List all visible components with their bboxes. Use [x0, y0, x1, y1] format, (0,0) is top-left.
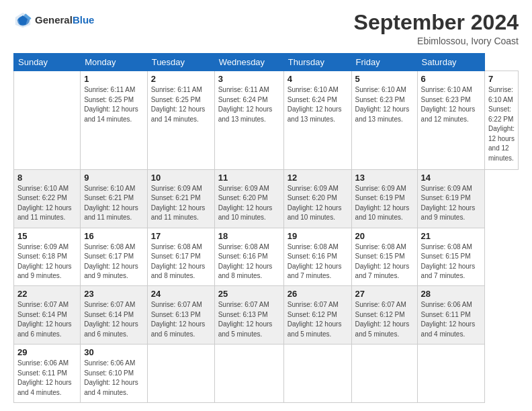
day-number: 15 — [17, 231, 77, 241]
day-detail: Sunrise: 6:10 AMSunset: 6:22 PMDaylight:… — [488, 85, 515, 163]
table-row: 18Sunrise: 6:08 AMSunset: 6:16 PMDayligh… — [214, 228, 283, 286]
day-number: 25 — [218, 289, 280, 299]
day-number: 4 — [287, 74, 348, 84]
table-row: 9Sunrise: 6:10 AMSunset: 6:21 PMDaylight… — [81, 169, 148, 228]
table-row: 3Sunrise: 6:11 AMSunset: 6:24 PMDaylight… — [214, 71, 283, 170]
calendar-week-row: 8Sunrise: 6:10 AMSunset: 6:22 PMDaylight… — [14, 169, 519, 228]
table-row: 13Sunrise: 6:09 AMSunset: 6:19 PMDayligh… — [351, 169, 417, 228]
day-number: 8 — [17, 173, 77, 183]
logo: GeneralBlue — [13, 11, 94, 30]
day-detail: Sunrise: 6:11 AMSunset: 6:25 PMDaylight:… — [84, 85, 144, 124]
calendar-table: Sunday Monday Tuesday Wednesday Thursday… — [13, 53, 519, 403]
day-detail: Sunrise: 6:10 AMSunset: 6:23 PMDaylight:… — [421, 85, 481, 124]
day-detail: Sunrise: 6:08 AMSunset: 6:17 PMDaylight:… — [151, 242, 211, 281]
day-detail: Sunrise: 6:07 AMSunset: 6:14 PMDaylight:… — [84, 300, 144, 339]
day-number: 18 — [218, 231, 280, 241]
table-row: 14Sunrise: 6:09 AMSunset: 6:19 PMDayligh… — [417, 169, 484, 228]
calendar-week-row: 22Sunrise: 6:07 AMSunset: 6:14 PMDayligh… — [14, 286, 519, 345]
day-detail: Sunrise: 6:10 AMSunset: 6:22 PMDaylight:… — [17, 184, 77, 223]
day-number: 27 — [355, 289, 414, 299]
day-detail: Sunrise: 6:09 AMSunset: 6:19 PMDaylight:… — [421, 184, 481, 223]
logo-general: General — [35, 14, 73, 26]
day-number: 22 — [17, 289, 77, 299]
table-row: 20Sunrise: 6:08 AMSunset: 6:15 PMDayligh… — [351, 228, 417, 286]
calendar-week-row: 15Sunrise: 6:09 AMSunset: 6:18 PMDayligh… — [14, 228, 519, 286]
day-detail: Sunrise: 6:06 AMSunset: 6:10 PMDaylight:… — [84, 359, 144, 398]
day-detail: Sunrise: 6:10 AMSunset: 6:23 PMDaylight:… — [355, 85, 414, 124]
table-row: 11Sunrise: 6:09 AMSunset: 6:20 PMDayligh… — [214, 169, 283, 228]
col-friday: Friday — [351, 54, 417, 71]
table-row: 30Sunrise: 6:06 AMSunset: 6:10 PMDayligh… — [81, 345, 148, 403]
table-row: 8Sunrise: 6:10 AMSunset: 6:22 PMDaylight… — [14, 169, 81, 228]
table-row — [283, 345, 351, 403]
day-detail: Sunrise: 6:11 AMSunset: 6:24 PMDaylight:… — [218, 85, 280, 124]
title-block: September 2024 Ebimlossou, Ivory Coast — [354, 11, 519, 46]
day-number: 13 — [355, 173, 414, 183]
day-detail: Sunrise: 6:09 AMSunset: 6:21 PMDaylight:… — [151, 184, 211, 223]
page: GeneralBlue September 2024 Ebimlossou, I… — [0, 0, 532, 411]
day-number: 3 — [218, 74, 280, 84]
day-number: 7 — [488, 74, 515, 84]
table-row: 23Sunrise: 6:07 AMSunset: 6:14 PMDayligh… — [81, 286, 148, 345]
day-number: 12 — [287, 173, 348, 183]
table-row: 28Sunrise: 6:06 AMSunset: 6:11 PMDayligh… — [417, 286, 484, 345]
header: GeneralBlue September 2024 Ebimlossou, I… — [13, 11, 519, 46]
day-number: 24 — [151, 289, 211, 299]
day-detail: Sunrise: 6:06 AMSunset: 6:11 PMDaylight:… — [17, 359, 77, 398]
table-row — [417, 345, 484, 403]
day-detail: Sunrise: 6:09 AMSunset: 6:18 PMDaylight:… — [17, 242, 77, 281]
table-row: 6Sunrise: 6:10 AMSunset: 6:23 PMDaylight… — [417, 71, 484, 170]
day-detail: Sunrise: 6:09 AMSunset: 6:20 PMDaylight:… — [218, 184, 280, 223]
day-detail: Sunrise: 6:08 AMSunset: 6:15 PMDaylight:… — [355, 242, 414, 281]
day-detail: Sunrise: 6:08 AMSunset: 6:15 PMDaylight:… — [421, 242, 481, 281]
day-detail: Sunrise: 6:09 AMSunset: 6:19 PMDaylight:… — [355, 184, 414, 223]
day-detail: Sunrise: 6:08 AMSunset: 6:17 PMDaylight:… — [84, 242, 144, 281]
day-detail: Sunrise: 6:07 AMSunset: 6:13 PMDaylight:… — [151, 300, 211, 339]
table-row: 4Sunrise: 6:10 AMSunset: 6:24 PMDaylight… — [283, 71, 351, 170]
logo-icon — [13, 11, 32, 30]
day-number: 30 — [84, 347, 144, 357]
table-row — [214, 345, 283, 403]
calendar-week-row: 1Sunrise: 6:11 AMSunset: 6:25 PMDaylight… — [14, 71, 519, 170]
table-row: 17Sunrise: 6:08 AMSunset: 6:17 PMDayligh… — [147, 228, 214, 286]
day-number: 16 — [84, 231, 144, 241]
day-number: 2 — [151, 74, 211, 84]
location: Ebimlossou, Ivory Coast — [354, 36, 519, 46]
table-row: 29Sunrise: 6:06 AMSunset: 6:11 PMDayligh… — [14, 345, 81, 403]
day-number: 1 — [84, 74, 144, 84]
table-row: 24Sunrise: 6:07 AMSunset: 6:13 PMDayligh… — [147, 286, 214, 345]
day-number: 26 — [287, 289, 348, 299]
day-detail: Sunrise: 6:09 AMSunset: 6:20 PMDaylight:… — [287, 184, 348, 223]
day-number: 14 — [421, 173, 481, 183]
month-title: September 2024 — [354, 11, 519, 34]
col-tuesday: Tuesday — [147, 54, 214, 71]
col-monday: Monday — [81, 54, 148, 71]
day-number: 11 — [218, 173, 280, 183]
col-saturday: Saturday — [417, 54, 484, 71]
day-detail: Sunrise: 6:07 AMSunset: 6:12 PMDaylight:… — [355, 300, 414, 339]
table-row: 19Sunrise: 6:08 AMSunset: 6:16 PMDayligh… — [283, 228, 351, 286]
table-row — [351, 345, 417, 403]
day-number: 19 — [287, 231, 348, 241]
table-row: 16Sunrise: 6:08 AMSunset: 6:17 PMDayligh… — [81, 228, 148, 286]
day-detail: Sunrise: 6:07 AMSunset: 6:14 PMDaylight:… — [17, 300, 77, 339]
table-row — [14, 71, 81, 170]
day-number: 5 — [355, 74, 414, 84]
table-row: 26Sunrise: 6:07 AMSunset: 6:12 PMDayligh… — [283, 286, 351, 345]
col-thursday: Thursday — [283, 54, 351, 71]
day-detail: Sunrise: 6:08 AMSunset: 6:16 PMDaylight:… — [287, 242, 348, 281]
day-detail: Sunrise: 6:07 AMSunset: 6:13 PMDaylight:… — [218, 300, 280, 339]
table-row: 10Sunrise: 6:09 AMSunset: 6:21 PMDayligh… — [147, 169, 214, 228]
table-row: 2Sunrise: 6:11 AMSunset: 6:25 PMDaylight… — [147, 71, 214, 170]
col-wednesday: Wednesday — [214, 54, 283, 71]
day-number: 21 — [421, 231, 481, 241]
calendar-week-row: 29Sunrise: 6:06 AMSunset: 6:11 PMDayligh… — [14, 345, 519, 403]
table-row: 22Sunrise: 6:07 AMSunset: 6:14 PMDayligh… — [14, 286, 81, 345]
day-detail: Sunrise: 6:07 AMSunset: 6:12 PMDaylight:… — [287, 300, 348, 339]
table-row: 15Sunrise: 6:09 AMSunset: 6:18 PMDayligh… — [14, 228, 81, 286]
day-number: 17 — [151, 231, 211, 241]
col-sunday: Sunday — [14, 54, 81, 71]
day-number: 9 — [84, 173, 144, 183]
table-row: 1Sunrise: 6:11 AMSunset: 6:25 PMDaylight… — [81, 71, 148, 170]
day-number: 10 — [151, 173, 211, 183]
